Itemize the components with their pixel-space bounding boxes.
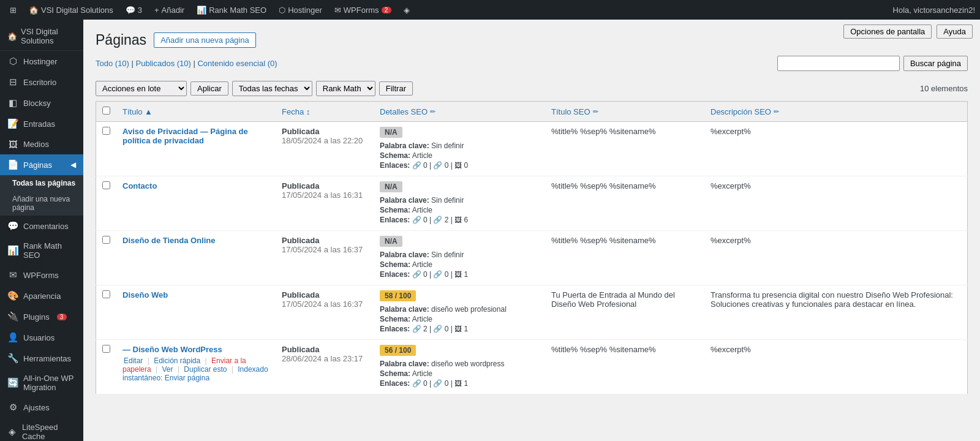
filter-btn[interactable]: Filtrar (379, 81, 413, 96)
adminbar-diamond[interactable]: ◈ (399, 0, 415, 20)
date-filter-select[interactable]: Todas las fechas (232, 81, 312, 96)
sidebar-paginas-label: Páginas (23, 160, 52, 170)
th-seo-title: Título SEO ✏ (545, 102, 704, 122)
sidebar-add-new-page[interactable]: Añadir una nueva página (0, 191, 83, 216)
seo-keyword: Palabra clave: Sin definir (380, 251, 539, 259)
help-btn[interactable]: Ayuda (937, 24, 973, 39)
th-seo-desc: Descripción SEO ✏ (704, 102, 968, 122)
row-title-link[interactable]: Diseño Web (123, 290, 168, 300)
apply-btn[interactable]: Aplicar (190, 81, 228, 96)
filter-published[interactable]: Publicados (10) (136, 59, 191, 68)
row-seo-title-value: %title% %sep% %sitename% (551, 127, 656, 136)
sidebar-item-hostinger[interactable]: ⬡ Hostinger (0, 51, 83, 72)
adminbar-comments[interactable]: 💬 3 (121, 0, 147, 20)
sidebar-item-allinone[interactable]: 🔄 All-in-One WP Migration (0, 369, 83, 397)
th-title-link[interactable]: Título ▲ (123, 107, 153, 116)
seo-schema: Schema: Article (380, 315, 539, 323)
table-row: Diseño Web Editar | Edición rápida | Env… (96, 285, 968, 340)
th-seo-link[interactable]: Detalles SEO (380, 107, 428, 116)
table-body: Aviso de Privacidad — Página de política… (96, 122, 968, 394)
add-new-page-btn[interactable]: Añadir una nueva página (154, 32, 256, 48)
row-status: Publicada (282, 127, 319, 136)
row-checkbox-3[interactable] (102, 236, 110, 244)
sidebar-pages-submenu: Todas las páginas Añadir una nueva págin… (0, 175, 83, 216)
entradas-icon: 📝 (7, 118, 18, 129)
row-title-link[interactable]: — Diseño Web WordPress (123, 345, 222, 354)
row-checkbox-2[interactable] (102, 181, 110, 189)
row-checkbox-5[interactable] (102, 345, 110, 353)
sidebar-site[interactable]: 🏠 VSI Digital Solutions (0, 20, 83, 51)
adminbar-site[interactable]: 🏠 VSI Digital Solutions (24, 0, 118, 20)
table-row: Aviso de Privacidad — Página de política… (96, 122, 968, 176)
adminbar-wp-logo[interactable]: ⊞ (5, 0, 21, 20)
select-all-checkbox[interactable] (102, 107, 110, 115)
rankmath-icon: 📊 (197, 6, 206, 15)
row-title-link[interactable]: Contacto (123, 181, 157, 190)
sidebar-hostinger-label: Hostinger (23, 57, 58, 66)
bulk-action-select[interactable]: Acciones en lote Editar Mover a la papel… (96, 81, 187, 96)
seo-title-col-header: Título SEO ✏ (551, 107, 698, 116)
row-action-editar[interactable]: Editar (124, 356, 143, 365)
items-count: 10 elementos (920, 84, 968, 93)
add-page-label: Añadir una nueva página (12, 195, 76, 212)
adminbar-wpforms[interactable]: ✉ WPForms 2 (330, 0, 396, 20)
sidebar-item-blocksy[interactable]: ◧ Blocksy (0, 92, 83, 113)
seo-filter-select[interactable]: Rank Math (316, 81, 375, 96)
adminbar-comments-count: 3 (138, 6, 142, 15)
row-date: 17/05/2024 a las 16:37 (282, 300, 363, 309)
th-seo-desc-link[interactable]: Descripción SEO (710, 107, 771, 116)
sidebar-todas-paginas[interactable]: Todas las páginas (0, 175, 83, 191)
seo-links: Enlaces: 🔗 2 | 🔗 0 | 🖼 1 (380, 325, 539, 333)
search-input[interactable] (777, 56, 900, 71)
row-seo-title-cell: %title% %sep% %sitename% (545, 176, 704, 231)
sidebar-item-paginas[interactable]: 📄 Páginas ◀ (0, 154, 83, 175)
row-seo-cell: 56 / 100 Palabra clave: diseño web wordp… (374, 340, 545, 394)
filter-all[interactable]: Todo (10) (96, 59, 129, 68)
sidebar-item-rankmath[interactable]: 📊 Rank Math SEO (0, 236, 83, 265)
row-checkbox-1[interactable] (102, 127, 110, 135)
sidebar-item-ajustes[interactable]: ⚙ Ajustes (0, 397, 83, 418)
th-seo-title-link[interactable]: Título SEO (551, 107, 590, 116)
row-seo-title-cell: %title% %sep% %sitename% (545, 340, 704, 394)
sidebar-item-plugins[interactable]: 🔌 Plugins 3 (0, 306, 83, 327)
search-btn[interactable]: Buscar página (903, 56, 968, 71)
th-date-link[interactable]: Fecha ↕ (282, 107, 310, 116)
sidebar-item-comentarios[interactable]: 💬 Comentarios (0, 216, 83, 236)
seo-score-badge: N/A (380, 236, 402, 247)
seo-keyword: Palabra clave: Sin definir (380, 196, 539, 205)
row-checkbox-cell (96, 285, 117, 340)
seo-desc-edit-icon[interactable]: ✏ (774, 108, 779, 116)
filter-cornerstone[interactable]: Contenido esencial (0) (197, 59, 277, 68)
sidebar-entradas-label: Entradas (23, 119, 55, 129)
th-checkbox (96, 102, 117, 122)
row-title-link[interactable]: Aviso de Privacidad — Página de política… (123, 127, 248, 145)
sidebar-item-usuarios[interactable]: 👤 Usuarios (0, 327, 83, 348)
sidebar-item-wpforms[interactable]: ✉ WPForms (0, 265, 83, 285)
hostinger-icon: ⬡ (279, 6, 285, 15)
sidebar-item-herramientas[interactable]: 🔧 Herramientas (0, 348, 83, 369)
row-seo-title-value: %title% %sep% %sitename% (551, 236, 656, 245)
seo-title-edit-icon[interactable]: ✏ (593, 108, 598, 116)
adminbar-new[interactable]: + Añadir (149, 0, 189, 20)
screen-options-btn[interactable]: Opciones de pantalla (843, 24, 932, 39)
row-checkbox-4[interactable] (102, 290, 110, 298)
row-action-edición-rápida[interactable]: Edición rápida (154, 356, 200, 365)
th-seo: Detalles SEO ✏ (374, 102, 545, 122)
sidebar-item-escritorio[interactable]: ⊟ Escritorio (0, 72, 83, 92)
seo-keyword: Palabra clave: diseño web profesional (380, 305, 539, 314)
adminbar-hostinger[interactable]: ⬡ Hostinger (274, 0, 327, 20)
allinone-icon: 🔄 (7, 377, 18, 388)
sidebar-medios-label: Medios (23, 140, 49, 149)
seo-edit-icon[interactable]: ✏ (430, 108, 435, 116)
sidebar-item-entradas[interactable]: 📝 Entradas (0, 113, 83, 134)
sidebar-item-medios[interactable]: 🖼 Medios (0, 134, 83, 154)
row-title-link[interactable]: Diseño de Tienda Online (123, 236, 215, 245)
sidebar-item-apariencia[interactable]: 🎨 Apariencia (0, 285, 83, 306)
sidebar-site-icon: 🏠 (7, 32, 17, 41)
row-action-duplicar-esto[interactable]: Duplicar esto (184, 365, 227, 374)
comment-icon: 💬 (126, 6, 135, 15)
adminbar-rankmath[interactable]: 📊 Rank Math SEO (192, 0, 271, 20)
row-date: 18/05/2024 a las 22:20 (282, 136, 363, 145)
sidebar-item-litespeed[interactable]: ◈ LiteSpeed Cache (0, 418, 83, 441)
row-action-ver[interactable]: Ver (162, 365, 173, 374)
